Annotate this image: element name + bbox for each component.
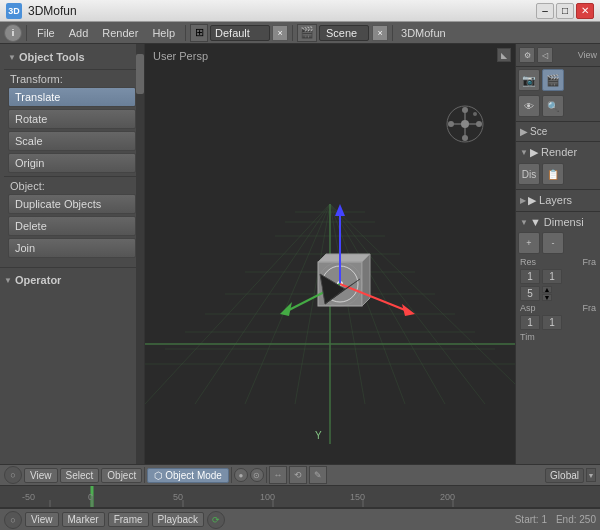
scene-close-button[interactable]: × <box>372 25 388 41</box>
layout-field[interactable]: Default <box>210 25 270 41</box>
layers-arrow-icon: ▶ <box>520 196 526 205</box>
object-mode-label: Object Mode <box>165 470 222 481</box>
render-label: ▶ Render <box>530 146 577 159</box>
object-mode-button[interactable]: ⬡ Object Mode <box>147 468 229 483</box>
asp-fra-row: Asp Fra <box>516 302 600 314</box>
rp-toggle-button[interactable]: ◁ <box>537 47 553 63</box>
delete-button[interactable]: Delete <box>8 216 136 236</box>
render-icon[interactable]: 🎬 <box>542 69 564 91</box>
object-tools-section: ▼ Object Tools Transform: Translate Rota… <box>0 44 144 264</box>
close-button[interactable]: ✕ <box>576 3 594 19</box>
plus-button[interactable]: + <box>518 232 540 254</box>
asp-value-1[interactable]: 1 <box>520 315 540 330</box>
menu-file[interactable]: File <box>31 25 61 41</box>
fra-value-1[interactable]: 1 <box>542 269 562 284</box>
info-button[interactable]: i <box>4 24 22 42</box>
right-panel-view-label: View <box>577 49 598 61</box>
scene-area: Scene × <box>319 25 388 41</box>
start-frame-label: Start: 1 <box>515 514 547 525</box>
origin-button[interactable]: Origin <box>8 153 136 173</box>
dimensions-arrow-icon: ▼ <box>520 218 528 227</box>
timeline-ruler: -50 0 50 100 150 200 <box>0 486 600 508</box>
arrow-icon-2: ▼ <box>4 276 12 285</box>
minimize-button[interactable]: – <box>536 3 554 19</box>
filter-icon[interactable]: 🔍 <box>542 95 564 117</box>
play-button[interactable]: ⟳ <box>207 511 225 529</box>
timeline-toggle-button[interactable]: ○ <box>4 511 22 529</box>
operator-label: Operator <box>15 274 61 286</box>
bottom-toolbar: ○ View Select Object ⬡ Object Mode ● ⊙ ↔… <box>0 464 600 486</box>
transform-btn-1[interactable]: ↔ <box>269 466 287 484</box>
render-btn-1[interactable]: Dis <box>518 163 540 185</box>
res-value-2[interactable]: 5 <box>520 286 540 301</box>
menu-add[interactable]: Add <box>63 25 95 41</box>
global-dropdown-button[interactable]: ▼ <box>586 468 596 482</box>
menu-help[interactable]: Help <box>146 25 181 41</box>
sce-arrow-icon: ▶ <box>520 126 528 137</box>
timeline-playback-button[interactable]: Playback <box>152 512 205 527</box>
object-tools-header[interactable]: ▼ Object Tools <box>4 48 140 66</box>
snap-button[interactable]: ⊙ <box>250 468 264 482</box>
fra-up-button[interactable]: ▲ <box>542 286 552 293</box>
pivot-button[interactable]: ● <box>234 468 248 482</box>
viewport-corner-button[interactable]: ◣ <box>497 48 511 62</box>
menu-divider-3 <box>292 25 293 41</box>
scene-field[interactable]: Scene <box>319 25 369 41</box>
menu-divider-1 <box>26 25 27 41</box>
timeline-marker-button[interactable]: Marker <box>62 512 105 527</box>
asp-values: 1 1 <box>516 314 600 331</box>
object-tools-label: Object Tools <box>19 51 85 63</box>
left-panel-scrollbar[interactable] <box>136 44 144 464</box>
dimensions-section-header[interactable]: ▼ ▼ Dimensi <box>516 214 600 230</box>
svg-text:-50: -50 <box>22 492 35 502</box>
layers-section-header[interactable]: ▶ ▶ Layers <box>516 192 600 209</box>
asp-value-2[interactable]: 1 <box>542 315 562 330</box>
menu-render[interactable]: Render <box>96 25 144 41</box>
timeline-frame-button[interactable]: Frame <box>108 512 149 527</box>
rp-plusminus-row: + - <box>516 230 600 256</box>
end-frame-label: End: 250 <box>556 514 596 525</box>
render-btn-2[interactable]: 📋 <box>542 163 564 185</box>
scale-button[interactable]: Scale <box>8 131 136 151</box>
res-value-1[interactable]: 1 <box>520 269 540 284</box>
panel-divider <box>4 69 140 70</box>
svg-point-43 <box>473 112 477 116</box>
camera-mode-icon[interactable]: 📷 <box>518 69 540 91</box>
rp-settings-button[interactable]: ⚙ <box>519 47 535 63</box>
view-icon[interactable]: 👁 <box>518 95 540 117</box>
viewport-3d[interactable]: User Persp ◣ <box>145 44 515 464</box>
titlebar: 3D 3DMofun – □ ✕ <box>0 0 600 22</box>
grid-button[interactable]: ⊞ <box>190 24 208 42</box>
svg-point-41 <box>462 135 468 141</box>
view-menu-button[interactable]: View <box>24 468 58 483</box>
select-menu-button[interactable]: Select <box>60 468 100 483</box>
render-icon-row: Dis 📋 <box>516 161 600 187</box>
panel-divider-3 <box>0 267 144 268</box>
duplicate-objects-button[interactable]: Duplicate Objects <box>8 194 136 214</box>
render-section-header[interactable]: ▼ ▶ Render <box>516 144 600 161</box>
svg-point-39 <box>462 107 468 113</box>
maximize-button[interactable]: □ <box>556 3 574 19</box>
svg-text:50: 50 <box>173 492 183 502</box>
timeline-view-button[interactable]: View <box>25 512 59 527</box>
global-button[interactable]: Global <box>545 468 584 483</box>
view-toggle-button[interactable]: ○ <box>4 466 22 484</box>
transform-label: Transform: <box>4 71 69 87</box>
minus-button[interactable]: - <box>542 232 564 254</box>
rotate-button[interactable]: Rotate <box>8 109 136 129</box>
camera-icon[interactable]: 🎬 <box>297 24 317 42</box>
layout-close-button[interactable]: × <box>272 25 288 41</box>
dimensions-label: ▼ Dimensi <box>530 216 584 228</box>
svg-point-40 <box>476 121 482 127</box>
scrollbar-thumb[interactable] <box>136 54 144 94</box>
rp-icon-row-2: 👁 🔍 <box>516 93 600 119</box>
transform-btn-2[interactable]: ⟲ <box>289 466 307 484</box>
operator-header[interactable]: ▼ Operator <box>0 271 144 289</box>
fra2-label: Fra <box>583 303 597 313</box>
join-button[interactable]: Join <box>8 238 136 258</box>
fra-down-button[interactable]: ▼ <box>542 294 552 301</box>
transform-btn-3[interactable]: ✎ <box>309 466 327 484</box>
translate-button[interactable]: Translate <box>8 87 136 107</box>
toolbar-divider-1 <box>144 467 145 483</box>
object-menu-button[interactable]: Object <box>101 468 142 483</box>
